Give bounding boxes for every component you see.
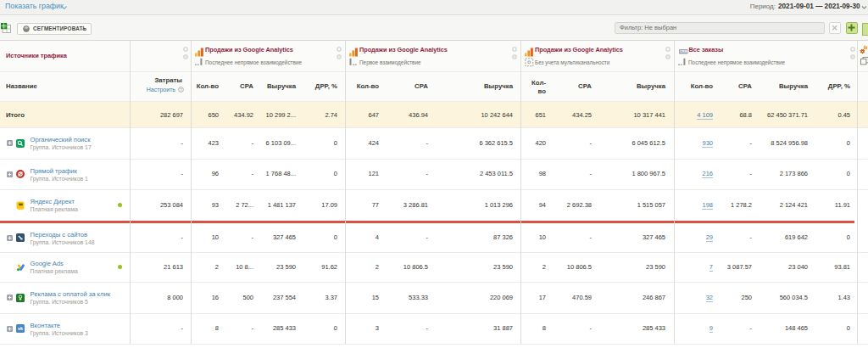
svg-text:vk: vk: [17, 326, 23, 331]
svg-text:CRM: CRM: [679, 49, 687, 53]
svg-text:?: ?: [180, 87, 182, 93]
